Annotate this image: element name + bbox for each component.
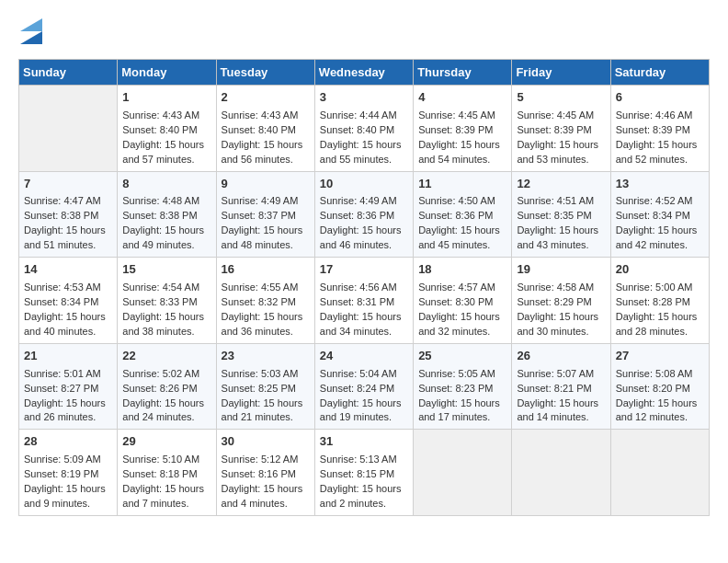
calendar-table: SundayMondayTuesdayWednesdayThursdayFrid… bbox=[18, 59, 710, 516]
day-number: 29 bbox=[122, 433, 210, 451]
sunrise-time: Sunrise: 4:44 AM bbox=[320, 109, 397, 121]
header-cell-thursday: Thursday bbox=[414, 60, 512, 86]
week-row-3: 14Sunrise: 4:53 AMSunset: 8:34 PMDayligh… bbox=[19, 258, 710, 344]
sunrise-time: Sunrise: 4:54 AM bbox=[122, 282, 199, 293]
calendar-cell: 16Sunrise: 4:55 AMSunset: 8:32 PMDayligh… bbox=[216, 258, 314, 344]
calendar-cell: 10Sunrise: 4:49 AMSunset: 8:36 PMDayligh… bbox=[314, 171, 413, 258]
calendar-cell bbox=[512, 430, 610, 516]
sunrise-time: Sunrise: 4:46 AM bbox=[616, 109, 693, 121]
sunset-time: Sunset: 8:23 PM bbox=[418, 383, 493, 394]
header-cell-sunday: Sunday bbox=[19, 60, 118, 86]
daylight-hours: Daylight: 15 hours and 54 minutes. bbox=[418, 139, 500, 165]
sunset-time: Sunset: 8:25 PM bbox=[222, 383, 296, 394]
daylight-hours: Daylight: 15 hours and 49 minutes. bbox=[122, 224, 204, 250]
page-header bbox=[18, 18, 710, 44]
svg-marker-1 bbox=[20, 18, 42, 31]
sunrise-time: Sunrise: 4:53 AM bbox=[24, 282, 101, 293]
daylight-hours: Daylight: 15 hours and 51 minutes. bbox=[24, 224, 106, 250]
sunset-time: Sunset: 8:34 PM bbox=[24, 296, 98, 307]
calendar-cell: 13Sunrise: 4:52 AMSunset: 8:34 PMDayligh… bbox=[610, 171, 709, 258]
day-number: 2 bbox=[222, 89, 310, 107]
sunrise-time: Sunrise: 4:58 AM bbox=[517, 282, 594, 293]
sunrise-time: Sunrise: 5:00 AM bbox=[616, 282, 693, 293]
sunset-time: Sunset: 8:40 PM bbox=[122, 124, 197, 135]
day-number: 11 bbox=[418, 176, 506, 193]
header-cell-monday: Monday bbox=[118, 60, 216, 86]
sunset-time: Sunset: 8:29 PM bbox=[517, 296, 591, 307]
sunset-time: Sunset: 8:33 PM bbox=[122, 296, 197, 307]
sunset-time: Sunset: 8:39 PM bbox=[517, 124, 591, 135]
sunrise-time: Sunrise: 5:07 AM bbox=[517, 368, 594, 379]
sunset-time: Sunset: 8:32 PM bbox=[222, 296, 296, 307]
week-row-5: 28Sunrise: 5:09 AMSunset: 8:19 PMDayligh… bbox=[19, 430, 710, 516]
sunrise-time: Sunrise: 4:50 AM bbox=[418, 195, 495, 206]
calendar-cell: 2Sunrise: 4:43 AMSunset: 8:40 PMDaylight… bbox=[216, 86, 314, 172]
day-number: 24 bbox=[320, 348, 408, 365]
calendar-cell: 26Sunrise: 5:07 AMSunset: 8:21 PMDayligh… bbox=[512, 343, 610, 430]
calendar-cell: 22Sunrise: 5:02 AMSunset: 8:26 PMDayligh… bbox=[118, 343, 216, 430]
sunset-time: Sunset: 8:36 PM bbox=[320, 210, 394, 221]
week-row-2: 7Sunrise: 4:47 AMSunset: 8:38 PMDaylight… bbox=[19, 171, 710, 258]
day-number: 25 bbox=[418, 348, 506, 365]
sunset-time: Sunset: 8:40 PM bbox=[320, 124, 394, 135]
daylight-hours: Daylight: 15 hours and 38 minutes. bbox=[122, 311, 204, 337]
sunrise-time: Sunrise: 5:02 AM bbox=[122, 368, 199, 379]
calendar-cell: 4Sunrise: 4:45 AMSunset: 8:39 PMDaylight… bbox=[414, 86, 512, 172]
calendar-cell: 21Sunrise: 5:01 AMSunset: 8:27 PMDayligh… bbox=[19, 343, 118, 430]
calendar-body: 1Sunrise: 4:43 AMSunset: 8:40 PMDaylight… bbox=[19, 86, 710, 516]
sunrise-time: Sunrise: 4:43 AM bbox=[222, 109, 299, 121]
day-number: 21 bbox=[24, 348, 112, 365]
sunrise-time: Sunrise: 5:13 AM bbox=[320, 454, 397, 465]
calendar-cell: 25Sunrise: 5:05 AMSunset: 8:23 PMDayligh… bbox=[414, 343, 512, 430]
svg-marker-0 bbox=[20, 31, 42, 44]
sunrise-time: Sunrise: 5:09 AM bbox=[24, 454, 101, 465]
day-number: 31 bbox=[320, 433, 408, 451]
calendar-cell bbox=[19, 86, 118, 172]
sunset-time: Sunset: 8:21 PM bbox=[517, 383, 591, 394]
calendar-cell: 18Sunrise: 4:57 AMSunset: 8:30 PMDayligh… bbox=[414, 258, 512, 344]
day-number: 3 bbox=[320, 89, 408, 107]
daylight-hours: Daylight: 15 hours and 45 minutes. bbox=[418, 224, 500, 250]
calendar-cell: 20Sunrise: 5:00 AMSunset: 8:28 PMDayligh… bbox=[610, 258, 709, 344]
sunset-time: Sunset: 8:19 PM bbox=[24, 468, 98, 479]
day-number: 30 bbox=[222, 433, 310, 451]
daylight-hours: Daylight: 15 hours and 4 minutes. bbox=[222, 483, 303, 509]
sunset-time: Sunset: 8:24 PM bbox=[320, 383, 394, 394]
daylight-hours: Daylight: 15 hours and 40 minutes. bbox=[24, 311, 106, 337]
sunrise-time: Sunrise: 4:43 AM bbox=[122, 109, 199, 121]
day-number: 16 bbox=[222, 261, 310, 279]
daylight-hours: Daylight: 15 hours and 46 minutes. bbox=[320, 224, 402, 250]
sunset-time: Sunset: 8:39 PM bbox=[418, 124, 493, 135]
calendar-cell: 12Sunrise: 4:51 AMSunset: 8:35 PMDayligh… bbox=[512, 171, 610, 258]
day-number: 17 bbox=[320, 261, 408, 279]
day-number: 28 bbox=[24, 433, 112, 451]
sunrise-time: Sunrise: 4:49 AM bbox=[222, 195, 299, 206]
daylight-hours: Daylight: 15 hours and 28 minutes. bbox=[616, 311, 698, 337]
sunset-time: Sunset: 8:36 PM bbox=[418, 210, 493, 221]
daylight-hours: Daylight: 15 hours and 17 minutes. bbox=[418, 397, 500, 423]
day-number: 15 bbox=[122, 261, 210, 279]
sunset-time: Sunset: 8:27 PM bbox=[24, 383, 98, 394]
week-row-4: 21Sunrise: 5:01 AMSunset: 8:27 PMDayligh… bbox=[19, 343, 710, 430]
calendar-cell: 14Sunrise: 4:53 AMSunset: 8:34 PMDayligh… bbox=[19, 258, 118, 344]
sunrise-time: Sunrise: 4:45 AM bbox=[517, 109, 594, 121]
calendar-cell: 7Sunrise: 4:47 AMSunset: 8:38 PMDaylight… bbox=[19, 171, 118, 258]
logo bbox=[18, 18, 42, 44]
sunset-time: Sunset: 8:16 PM bbox=[222, 468, 296, 479]
daylight-hours: Daylight: 15 hours and 55 minutes. bbox=[320, 139, 402, 165]
calendar-cell: 11Sunrise: 4:50 AMSunset: 8:36 PMDayligh… bbox=[414, 171, 512, 258]
daylight-hours: Daylight: 15 hours and 7 minutes. bbox=[122, 483, 204, 509]
sunrise-time: Sunrise: 5:01 AM bbox=[24, 368, 101, 379]
header-row: SundayMondayTuesdayWednesdayThursdayFrid… bbox=[19, 60, 710, 86]
sunset-time: Sunset: 8:39 PM bbox=[616, 124, 690, 135]
day-number: 10 bbox=[320, 176, 408, 193]
sunrise-time: Sunrise: 4:49 AM bbox=[320, 195, 397, 206]
day-number: 27 bbox=[616, 348, 704, 365]
daylight-hours: Daylight: 15 hours and 24 minutes. bbox=[122, 397, 204, 423]
calendar-cell: 30Sunrise: 5:12 AMSunset: 8:16 PMDayligh… bbox=[216, 430, 314, 516]
calendar-cell bbox=[414, 430, 512, 516]
day-number: 13 bbox=[616, 176, 704, 193]
calendar-cell: 6Sunrise: 4:46 AMSunset: 8:39 PMDaylight… bbox=[610, 86, 709, 172]
daylight-hours: Daylight: 15 hours and 9 minutes. bbox=[24, 483, 106, 509]
header-cell-tuesday: Tuesday bbox=[216, 60, 314, 86]
